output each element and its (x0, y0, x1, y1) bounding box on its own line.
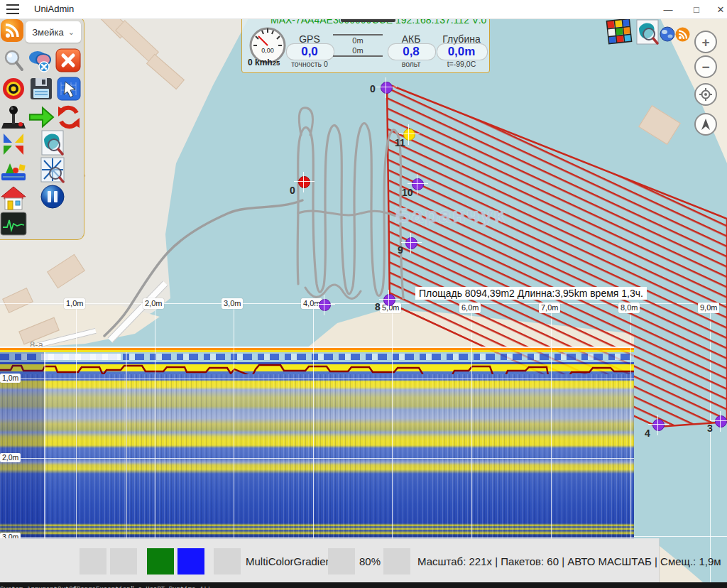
sonar-texture (0, 374, 634, 538)
close-button[interactable]: ✕ (710, 3, 727, 16)
ruler-mark-1: 1,0m (64, 298, 85, 309)
color-x-icon (1, 132, 26, 156)
sonar-grid-v (630, 348, 631, 538)
track-tail-path (104, 200, 302, 336)
select-cursor-button[interactable] (55, 75, 82, 102)
palette-swatch-4[interactable] (328, 548, 355, 575)
waypoint-5[interactable] (319, 299, 331, 311)
sonar-grid-v (313, 348, 314, 538)
waypoint-8[interactable] (383, 294, 395, 306)
save-button[interactable] (28, 75, 55, 102)
chevron-down-icon: ⌄ (68, 28, 75, 37)
sonar-grid-v (155, 348, 155, 538)
sonar-depth-label-1: 1,0m (0, 374, 21, 383)
battery-value: 0,8 (388, 45, 434, 59)
compass-button[interactable] (694, 113, 717, 136)
globe-button[interactable] (660, 26, 675, 45)
balloons-x-icon (28, 48, 53, 72)
hamburger-menu-icon[interactable] (6, 4, 19, 14)
zoom-in-button[interactable]: + (694, 31, 717, 53)
gauge-value: 0,00 (261, 47, 274, 54)
home-button[interactable] (0, 185, 27, 212)
spiral-magnifier-icon (40, 156, 65, 183)
palette-swatch-blue[interactable] (177, 548, 204, 575)
map-search-button[interactable] (635, 18, 660, 48)
globe-icon (660, 26, 675, 42)
waypoint-0[interactable] (381, 82, 393, 94)
dist-line-bottom (333, 55, 383, 57)
palette-swatch-3[interactable] (214, 548, 241, 575)
bullseye-icon (1, 77, 26, 101)
waypoint-3[interactable] (715, 415, 727, 428)
palette-swatch-green[interactable] (147, 548, 174, 575)
layers-button[interactable] (0, 131, 27, 158)
joystick-button[interactable] (0, 104, 27, 131)
gps-value: 0,0 (286, 45, 333, 59)
map-magnifier-icon (635, 18, 660, 45)
joystick-icon (1, 104, 26, 130)
sonar-col-sep (44, 352, 45, 538)
mode-select[interactable]: Змейка ⌄ (26, 21, 81, 43)
maximize-button[interactable]: □ (686, 3, 707, 16)
toolbar-panel: Змейка ⌄ (0, 16, 84, 240)
waypoint-red-0-label: 0 (290, 185, 295, 196)
waypoint-4-label: 4 (645, 428, 650, 439)
terrain-icon (0, 159, 27, 183)
sonar-zoom-button[interactable] (39, 156, 66, 183)
mode-select-value: Змейка (32, 27, 63, 38)
sonar-echogram[interactable]: 1,0m 2,0m 3,0m (0, 347, 634, 538)
compass-icon (700, 118, 711, 131)
search-button[interactable] (0, 47, 27, 74)
sonar-col-sep (126, 352, 127, 538)
close-mission-button[interactable] (55, 47, 82, 74)
waypoint-4[interactable] (652, 419, 665, 431)
depth-value: 0,0m (437, 45, 486, 59)
palette-swatch-5[interactable] (383, 548, 410, 575)
palette-swatch-1[interactable] (80, 548, 106, 575)
waypoint-0-label: 0 (370, 83, 376, 94)
sonar-white-patch (41, 354, 121, 360)
ruler-mark-3: 3,0m (222, 298, 243, 309)
settings-cube-button[interactable] (605, 17, 633, 48)
go-button[interactable] (28, 104, 55, 131)
dist-bottom: 0m (333, 46, 383, 55)
refresh-button[interactable] (55, 104, 82, 131)
dist-top: 0m (333, 36, 383, 45)
rss-small-button[interactable] (675, 27, 690, 45)
ruler-mark-2: 2,0m (143, 298, 164, 309)
terrain-3d-button[interactable] (0, 158, 27, 185)
sonar-grid-v (76, 348, 77, 538)
map-watermark: Баранчук (395, 203, 506, 227)
sonar-grid-h (0, 379, 634, 379)
waypoint-8-label: 8 (375, 301, 381, 312)
waypoint-10[interactable] (412, 178, 424, 190)
rubik-cube-icon (605, 17, 633, 45)
minimize-button[interactable]: — (657, 3, 679, 16)
palette-swatch-2[interactable] (110, 548, 137, 575)
locate-button[interactable] (694, 83, 717, 106)
disconnect-button[interactable] (27, 47, 54, 74)
home-icon (1, 185, 26, 211)
sonar-grid-v (234, 348, 234, 538)
ruler-mark-6: 6,0m (459, 303, 481, 313)
gps-sub: точность 0 (282, 60, 337, 68)
pause-button[interactable] (39, 183, 66, 210)
map-zoom-button[interactable] (39, 129, 66, 156)
target-button[interactable] (0, 75, 27, 102)
magnifier-icon (2, 49, 25, 72)
green-arrow-icon (28, 104, 55, 130)
sonar-grid-h (0, 537, 634, 538)
oscilloscope-button[interactable] (0, 210, 27, 237)
ruler-mark-7: 7,0m (539, 303, 560, 313)
console-log-strip: System.ArgumentOutOfRangeException" о He… (0, 582, 727, 588)
ruler-mark-8: 8,0m (618, 303, 640, 313)
waypoint-red-0[interactable] (298, 176, 310, 188)
sonar-depth-label-2: 2,0m (0, 453, 21, 462)
speed-unit: 0 kmh25 (248, 58, 280, 67)
refresh-icon (55, 104, 82, 131)
zoom-out-button[interactable]: − (694, 55, 717, 78)
waypoint-9[interactable] (405, 237, 417, 249)
connection-rss-button[interactable] (0, 17, 26, 44)
sonar-grid-v (551, 348, 552, 538)
sonar-grid-v (471, 348, 472, 538)
